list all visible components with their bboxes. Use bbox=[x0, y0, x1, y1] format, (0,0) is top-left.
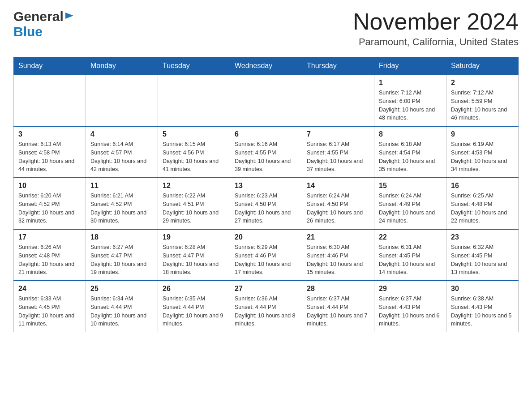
weekday-header-row: SundayMondayTuesdayWednesdayThursdayFrid… bbox=[14, 57, 519, 75]
calendar-cell: 28Sunrise: 6:37 AM Sunset: 4:44 PM Dayli… bbox=[302, 281, 374, 332]
calendar-cell: 12Sunrise: 6:22 AM Sunset: 4:51 PM Dayli… bbox=[158, 178, 230, 229]
calendar-table: SundayMondayTuesdayWednesdayThursdayFrid… bbox=[13, 57, 519, 332]
calendar-cell bbox=[14, 75, 86, 126]
logo-general-text: General bbox=[13, 9, 64, 24]
calendar-cell: 18Sunrise: 6:27 AM Sunset: 4:47 PM Dayli… bbox=[86, 229, 158, 281]
weekday-header-friday: Friday bbox=[374, 57, 446, 75]
weekday-header-wednesday: Wednesday bbox=[230, 57, 302, 75]
weekday-header-monday: Monday bbox=[86, 57, 158, 75]
day-info: Sunrise: 6:25 AM Sunset: 4:48 PM Dayligh… bbox=[451, 192, 514, 225]
day-info: Sunrise: 6:29 AM Sunset: 4:46 PM Dayligh… bbox=[235, 243, 297, 277]
day-info: Sunrise: 6:15 AM Sunset: 4:56 PM Dayligh… bbox=[163, 140, 225, 174]
calendar-cell: 14Sunrise: 6:24 AM Sunset: 4:50 PM Dayli… bbox=[302, 178, 374, 229]
calendar-cell: 17Sunrise: 6:26 AM Sunset: 4:48 PM Dayli… bbox=[14, 229, 86, 281]
day-number: 3 bbox=[18, 130, 81, 138]
day-info: Sunrise: 6:22 AM Sunset: 4:51 PM Dayligh… bbox=[163, 192, 225, 225]
day-number: 5 bbox=[163, 130, 225, 138]
calendar-cell: 15Sunrise: 6:24 AM Sunset: 4:49 PM Dayli… bbox=[374, 178, 446, 229]
calendar-cell: 29Sunrise: 6:37 AM Sunset: 4:43 PM Dayli… bbox=[374, 281, 446, 332]
weekday-header-tuesday: Tuesday bbox=[158, 57, 230, 75]
header: General Blue November 2024 Paramount, Ca… bbox=[13, 9, 519, 48]
day-info: Sunrise: 6:20 AM Sunset: 4:52 PM Dayligh… bbox=[18, 192, 81, 225]
day-info: Sunrise: 6:33 AM Sunset: 4:45 PM Dayligh… bbox=[18, 295, 81, 328]
day-info: Sunrise: 6:27 AM Sunset: 4:47 PM Dayligh… bbox=[90, 243, 153, 277]
calendar-cell bbox=[86, 75, 158, 126]
day-info: Sunrise: 6:24 AM Sunset: 4:50 PM Dayligh… bbox=[307, 192, 369, 225]
calendar-cell: 16Sunrise: 6:25 AM Sunset: 4:48 PM Dayli… bbox=[446, 178, 519, 229]
day-number: 6 bbox=[235, 130, 297, 138]
calendar-cell: 19Sunrise: 6:28 AM Sunset: 4:47 PM Dayli… bbox=[158, 229, 230, 281]
calendar-cell: 8Sunrise: 6:18 AM Sunset: 4:54 PM Daylig… bbox=[374, 126, 446, 178]
day-info: Sunrise: 6:37 AM Sunset: 4:44 PM Dayligh… bbox=[307, 295, 369, 328]
calendar-cell: 26Sunrise: 6:35 AM Sunset: 4:44 PM Dayli… bbox=[158, 281, 230, 332]
day-number: 14 bbox=[307, 182, 369, 190]
day-number: 17 bbox=[18, 233, 81, 241]
day-number: 7 bbox=[307, 130, 369, 138]
day-number: 26 bbox=[163, 285, 225, 293]
day-number: 13 bbox=[235, 182, 297, 190]
day-number: 15 bbox=[379, 182, 442, 190]
calendar-cell: 9Sunrise: 6:19 AM Sunset: 4:53 PM Daylig… bbox=[446, 126, 519, 178]
day-info: Sunrise: 6:30 AM Sunset: 4:46 PM Dayligh… bbox=[307, 243, 369, 277]
day-number: 11 bbox=[90, 182, 153, 190]
calendar-cell: 21Sunrise: 6:30 AM Sunset: 4:46 PM Dayli… bbox=[302, 229, 374, 281]
day-info: Sunrise: 6:31 AM Sunset: 4:45 PM Dayligh… bbox=[379, 243, 442, 277]
calendar-cell bbox=[230, 75, 302, 126]
month-title: November 2024 bbox=[353, 9, 519, 34]
calendar-cell: 13Sunrise: 6:23 AM Sunset: 4:50 PM Dayli… bbox=[230, 178, 302, 229]
day-info: Sunrise: 6:23 AM Sunset: 4:50 PM Dayligh… bbox=[235, 192, 297, 225]
day-info: Sunrise: 6:34 AM Sunset: 4:44 PM Dayligh… bbox=[90, 295, 153, 328]
calendar-cell: 4Sunrise: 6:14 AM Sunset: 4:57 PM Daylig… bbox=[86, 126, 158, 178]
day-info: Sunrise: 6:35 AM Sunset: 4:44 PM Dayligh… bbox=[163, 295, 225, 328]
week-row-3: 10Sunrise: 6:20 AM Sunset: 4:52 PM Dayli… bbox=[14, 178, 519, 229]
calendar-cell: 27Sunrise: 6:36 AM Sunset: 4:44 PM Dayli… bbox=[230, 281, 302, 332]
week-row-1: 1Sunrise: 7:12 AM Sunset: 6:00 PM Daylig… bbox=[14, 75, 519, 126]
day-number: 22 bbox=[379, 233, 442, 241]
week-row-5: 24Sunrise: 6:33 AM Sunset: 4:45 PM Dayli… bbox=[14, 281, 519, 332]
day-number: 30 bbox=[451, 285, 514, 293]
calendar-cell bbox=[158, 75, 230, 126]
day-number: 16 bbox=[451, 182, 514, 190]
day-info: Sunrise: 6:17 AM Sunset: 4:55 PM Dayligh… bbox=[307, 140, 369, 174]
weekday-header-sunday: Sunday bbox=[14, 57, 86, 75]
day-number: 23 bbox=[451, 233, 514, 241]
logo-blue-text: Blue bbox=[13, 24, 43, 39]
calendar-cell: 1Sunrise: 7:12 AM Sunset: 6:00 PM Daylig… bbox=[374, 75, 446, 126]
logo-triangle-icon bbox=[64, 11, 74, 21]
day-info: Sunrise: 6:37 AM Sunset: 4:43 PM Dayligh… bbox=[379, 295, 442, 328]
day-info: Sunrise: 6:36 AM Sunset: 4:44 PM Dayligh… bbox=[235, 295, 297, 328]
day-info: Sunrise: 6:21 AM Sunset: 4:52 PM Dayligh… bbox=[90, 192, 153, 225]
calendar-cell bbox=[302, 75, 374, 126]
weekday-header-thursday: Thursday bbox=[302, 57, 374, 75]
day-number: 10 bbox=[18, 182, 81, 190]
calendar-cell: 25Sunrise: 6:34 AM Sunset: 4:44 PM Dayli… bbox=[86, 281, 158, 332]
calendar-cell: 30Sunrise: 6:38 AM Sunset: 4:43 PM Dayli… bbox=[446, 281, 519, 332]
day-number: 24 bbox=[18, 285, 81, 293]
svg-marker-0 bbox=[65, 13, 73, 19]
day-info: Sunrise: 7:12 AM Sunset: 6:00 PM Dayligh… bbox=[379, 89, 442, 122]
calendar-cell: 2Sunrise: 7:12 AM Sunset: 5:59 PM Daylig… bbox=[446, 75, 519, 126]
calendar-cell: 3Sunrise: 6:13 AM Sunset: 4:58 PM Daylig… bbox=[14, 126, 86, 178]
day-number: 8 bbox=[379, 130, 442, 138]
day-info: Sunrise: 6:13 AM Sunset: 4:58 PM Dayligh… bbox=[18, 140, 81, 174]
day-number: 25 bbox=[90, 285, 153, 293]
calendar-cell: 6Sunrise: 6:16 AM Sunset: 4:55 PM Daylig… bbox=[230, 126, 302, 178]
day-number: 20 bbox=[235, 233, 297, 241]
calendar-cell: 23Sunrise: 6:32 AM Sunset: 4:45 PM Dayli… bbox=[446, 229, 519, 281]
day-number: 29 bbox=[379, 285, 442, 293]
calendar-cell: 10Sunrise: 6:20 AM Sunset: 4:52 PM Dayli… bbox=[14, 178, 86, 229]
day-number: 18 bbox=[90, 233, 153, 241]
calendar-cell: 7Sunrise: 6:17 AM Sunset: 4:55 PM Daylig… bbox=[302, 126, 374, 178]
day-number: 21 bbox=[307, 233, 369, 241]
day-info: Sunrise: 6:19 AM Sunset: 4:53 PM Dayligh… bbox=[451, 140, 514, 174]
day-info: Sunrise: 6:38 AM Sunset: 4:43 PM Dayligh… bbox=[451, 295, 514, 328]
day-info: Sunrise: 6:16 AM Sunset: 4:55 PM Dayligh… bbox=[235, 140, 297, 174]
week-row-4: 17Sunrise: 6:26 AM Sunset: 4:48 PM Dayli… bbox=[14, 229, 519, 281]
weekday-header-saturday: Saturday bbox=[446, 57, 519, 75]
day-info: Sunrise: 6:32 AM Sunset: 4:45 PM Dayligh… bbox=[451, 243, 514, 277]
day-number: 2 bbox=[451, 79, 514, 87]
logo: General Blue bbox=[13, 9, 74, 39]
day-number: 28 bbox=[307, 285, 369, 293]
calendar-cell: 20Sunrise: 6:29 AM Sunset: 4:46 PM Dayli… bbox=[230, 229, 302, 281]
calendar-cell: 5Sunrise: 6:15 AM Sunset: 4:56 PM Daylig… bbox=[158, 126, 230, 178]
